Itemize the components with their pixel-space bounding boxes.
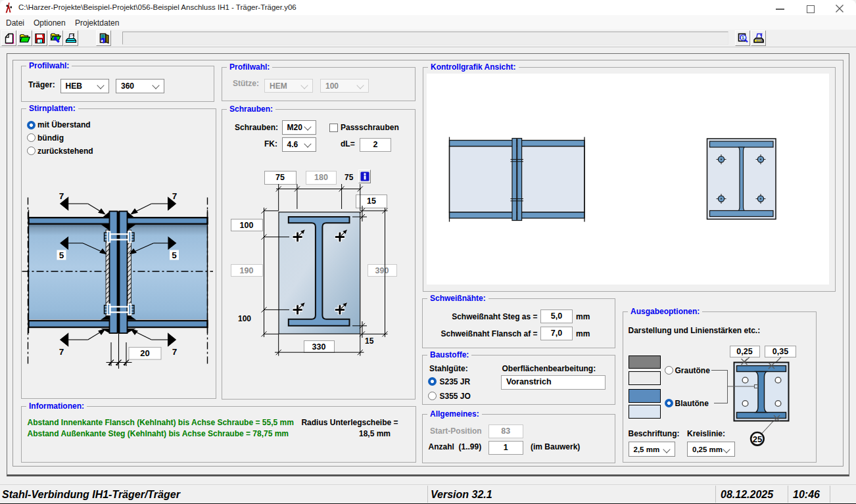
svg-text:1.: 1. [742, 35, 746, 40]
svg-text:25: 25 [753, 434, 762, 444]
svg-text:7: 7 [172, 191, 178, 201]
svg-text:5: 5 [59, 250, 64, 260]
svg-text:20: 20 [140, 348, 149, 358]
svg-text:7: 7 [59, 347, 64, 357]
svg-text:7: 7 [172, 347, 178, 357]
svg-text:5: 5 [172, 250, 177, 260]
svg-text:7: 7 [59, 191, 64, 201]
